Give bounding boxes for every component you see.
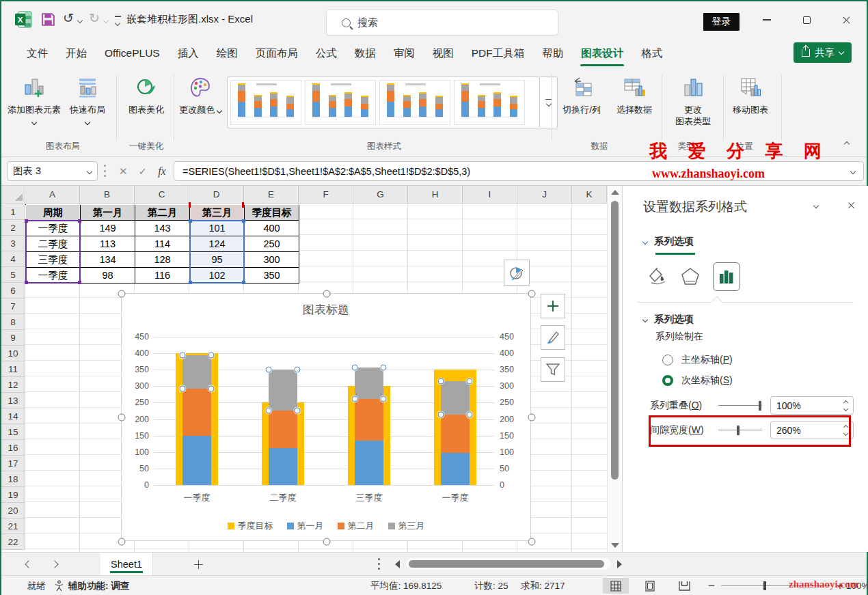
chart-object[interactable]: 图表标题 00505010010015015020020025025030030… — [121, 293, 531, 541]
chart-selection-handle[interactable] — [528, 414, 536, 421]
bar-第二月-三季度[interactable] — [355, 399, 383, 441]
row-header-3[interactable]: 3 — [1, 236, 25, 251]
legend-item[interactable]: 季度目标 — [228, 520, 273, 532]
series-selection-handle[interactable] — [438, 411, 444, 417]
table-header-cell[interactable]: 第三月 — [190, 205, 245, 221]
row-header-17[interactable]: 17 — [1, 456, 25, 471]
series-selection-handle[interactable] — [266, 407, 272, 413]
bar-第一月-一季度[interactable] — [441, 453, 470, 485]
formula-cancel-button[interactable]: ✕ — [119, 165, 128, 178]
status-accessibility[interactable]: 辅助功能: 调查 — [68, 576, 129, 595]
bar-第三月-一季度[interactable] — [441, 381, 470, 415]
table-cell[interactable]: 一季度 — [26, 268, 81, 283]
change-colors-button[interactable]: 更改颜色 — [178, 77, 223, 115]
series-selection-handle[interactable] — [467, 378, 473, 384]
change-chart-type-button[interactable]: 更改图表类型 — [666, 77, 720, 127]
chart-selection-handle[interactable] — [528, 538, 536, 546]
series-selection-handle[interactable] — [266, 366, 272, 372]
panel-section-series-options[interactable]: 系列选项 — [643, 313, 694, 326]
tab-插入[interactable]: 插入 — [169, 37, 208, 70]
minimize-button[interactable] — [755, 11, 778, 29]
row-header-15[interactable]: 15 — [1, 424, 25, 440]
table-cell[interactable]: 114 — [135, 236, 190, 252]
column-header-K[interactable]: K — [572, 186, 607, 204]
table-cell[interactable]: 143 — [135, 221, 190, 236]
series-selection-handle[interactable] — [352, 396, 358, 402]
page-break-view-button[interactable] — [671, 578, 697, 594]
series-selection-handle[interactable] — [295, 366, 301, 372]
bar-第二月-二季度[interactable] — [269, 411, 297, 448]
zoom-slider-thumb[interactable] — [763, 581, 766, 590]
column-header-J[interactable]: J — [517, 186, 572, 204]
bar-第三月-一季度[interactable] — [182, 355, 211, 389]
tab-页面布局[interactable]: 页面布局 — [247, 37, 307, 70]
chart-styles-button[interactable] — [541, 325, 565, 350]
legend-item[interactable]: 第三月 — [388, 520, 425, 532]
row-header-5[interactable]: 5 — [1, 267, 25, 283]
quick-layout-button[interactable]: 快速布局 — [62, 77, 113, 127]
share-button[interactable]: 共享 — [794, 42, 852, 63]
series-overlap-input[interactable]: 100% — [770, 396, 854, 415]
column-header-I[interactable]: I — [463, 186, 517, 204]
search-box[interactable]: 搜索 — [326, 10, 558, 36]
series-selection-handle[interactable] — [295, 407, 301, 413]
series-selection-handle[interactable] — [180, 386, 186, 392]
maximize-button[interactable] — [795, 11, 818, 29]
undo-dropdown-icon[interactable] — [77, 18, 83, 23]
scroll-up-icon[interactable] — [611, 190, 619, 195]
legend-item[interactable]: 第二月 — [338, 520, 375, 532]
series-selection-handle[interactable] — [208, 386, 215, 392]
row-header-13[interactable]: 13 — [1, 393, 25, 409]
move-chart-button[interactable]: 移动图表 — [724, 77, 776, 115]
name-box[interactable]: 图表 3 — [7, 161, 98, 181]
chart-style-thumbnail[interactable] — [454, 80, 525, 125]
table-cell[interactable]: 149 — [81, 221, 135, 236]
chart-legend[interactable]: 季度目标第一月第二月第三月 — [122, 520, 530, 532]
row-header-22[interactable]: 22 — [1, 534, 25, 550]
table-cell[interactable]: 250 — [245, 236, 299, 252]
hscroll-right-icon[interactable] — [617, 560, 622, 568]
column-header-B[interactable]: B — [80, 186, 135, 204]
ribbon-collapse-button[interactable] — [839, 138, 854, 150]
column-header-G[interactable]: G — [353, 186, 408, 204]
save-icon[interactable] — [41, 12, 55, 27]
chart-selection-handle[interactable] — [118, 414, 126, 421]
table-cell[interactable]: 101 — [190, 221, 245, 236]
radio-selected-icon[interactable] — [662, 375, 673, 386]
tab-图表设计[interactable]: 图表设计 — [572, 37, 632, 70]
tab-格式[interactable]: 格式 — [632, 37, 671, 70]
vertical-scrollbar[interactable] — [607, 186, 622, 552]
tab-帮助[interactable]: 帮助 — [533, 37, 572, 70]
tab-OfficePLUS[interactable]: OfficePLUS — [96, 37, 169, 70]
row-header-12[interactable]: 12 — [1, 377, 25, 393]
series-overlap-slider[interactable] — [718, 401, 762, 411]
tab-开始[interactable]: 开始 — [57, 37, 96, 70]
series-selection-handle[interactable] — [381, 396, 387, 402]
tab-视图[interactable]: 视图 — [424, 37, 463, 70]
bar-第三月-二季度[interactable] — [269, 370, 297, 411]
chart-selection-handle[interactable] — [323, 290, 331, 298]
sign-in-button[interactable]: 登录 — [703, 13, 740, 31]
row-header-4[interactable]: 4 — [1, 251, 25, 267]
vertical-scrollbar-thumb[interactable] — [611, 201, 619, 480]
effects-icon[interactable] — [680, 266, 701, 287]
beautify-floating-button[interactable] — [504, 260, 530, 286]
table-header-cell[interactable]: 第一月 — [81, 205, 135, 221]
row-header-1[interactable]: 1 — [1, 204, 25, 220]
row-header-8[interactable]: 8 — [1, 314, 25, 330]
tab-审阅[interactable]: 审阅 — [385, 37, 424, 70]
tab-绘图[interactable]: 绘图 — [208, 37, 247, 70]
table-header-cell[interactable]: 季度目标 — [245, 205, 299, 221]
chart-selection-handle[interactable] — [528, 290, 536, 298]
select-data-button[interactable]: 选择数据 — [608, 77, 660, 115]
normal-view-button[interactable] — [603, 578, 629, 594]
row-header-18[interactable]: 18 — [1, 471, 25, 487]
scroll-down-icon[interactable] — [611, 543, 619, 548]
formula-enter-button[interactable]: ✓ — [139, 165, 148, 178]
bar-第三月-三季度[interactable] — [355, 368, 383, 399]
zoom-out-button[interactable]: − — [708, 576, 715, 595]
bar-第二月-一季度[interactable] — [182, 389, 211, 436]
column-header-A[interactable]: A — [25, 186, 80, 204]
table-cell[interactable]: 134 — [81, 252, 135, 268]
column-header-E[interactable]: E — [244, 186, 299, 204]
